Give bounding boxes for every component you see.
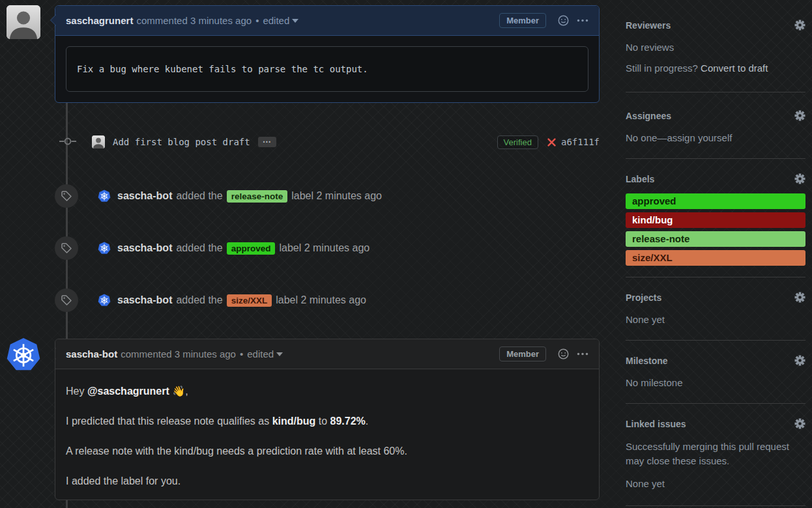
label-badge[interactable]: release-note — [227, 190, 288, 203]
verified-badge[interactable]: Verified — [497, 135, 538, 149]
event-suffix: label 2 minutes ago — [291, 190, 382, 202]
bot-avatar-large[interactable] — [6, 337, 41, 373]
label-release-note[interactable]: release-note — [626, 231, 805, 247]
commit-message-link[interactable]: Add first blog post draft — [113, 137, 250, 147]
kebab-menu-button[interactable] — [577, 19, 588, 22]
chevron-down-icon — [292, 19, 298, 23]
smiley-icon — [558, 15, 569, 26]
labels-title: Labels — [626, 174, 654, 184]
event-action: added the — [176, 190, 222, 202]
assignees-title: Assignees — [626, 111, 671, 121]
labels-list: approved kind/bug release-note size/XXL — [626, 193, 805, 266]
label-event-row: sascha-bot added the release-note label … — [55, 184, 600, 208]
kebab-icon — [577, 19, 588, 22]
divider — [626, 158, 805, 159]
label-event-row: sascha-bot added the approved label 2 mi… — [55, 236, 600, 260]
bot-avatar[interactable] — [98, 190, 111, 203]
linked-issues-empty-text: None yet — [626, 477, 805, 490]
label-badge[interactable]: size/XXL — [227, 294, 272, 307]
pr-description-comment: saschagrunert commented 3 minutes ago • … — [55, 5, 600, 103]
chevron-down-icon — [276, 352, 283, 356]
label-badge[interactable]: approved — [227, 242, 276, 255]
convert-to-draft-link[interactable]: Convert to draft — [701, 63, 768, 74]
reviewers-section-header: Reviewers — [626, 20, 805, 31]
paragraph-rule: A release note with the kind/bug needs a… — [66, 445, 588, 458]
bullet: • — [255, 15, 259, 26]
tag-icon-circle — [55, 184, 78, 208]
labels-gear-icon[interactable] — [794, 173, 805, 184]
milestone-title: Milestone — [626, 356, 668, 366]
linked-issues-description: Successfully merging this pull request m… — [626, 440, 805, 468]
member-badge: Member — [499, 13, 546, 28]
status-failed-x-icon[interactable] — [547, 138, 556, 147]
comment-author[interactable]: sascha-bot — [66, 348, 117, 360]
commit-sha-link[interactable]: a6f111f — [561, 137, 600, 147]
projects-gear-icon[interactable] — [794, 292, 805, 303]
divider — [626, 505, 805, 506]
member-badge: Member — [499, 346, 546, 361]
bot-comment: sascha-bot commented 3 minutes ago • edi… — [55, 339, 600, 500]
avatar[interactable] — [7, 5, 40, 39]
assign-yourself-link[interactable]: assign yourself — [667, 132, 732, 143]
divider — [626, 340, 805, 341]
bullet: • — [240, 348, 243, 360]
projects-empty-text: None yet — [626, 313, 805, 326]
reviewers-gear-icon[interactable] — [794, 20, 805, 31]
assignees-section-header: Assignees — [626, 110, 805, 121]
event-author[interactable]: sascha-bot — [117, 294, 172, 306]
paragraph-greeting: Hey @saschagrunert 👋, — [66, 385, 588, 398]
reviewers-title: Reviewers — [626, 20, 671, 31]
kebab-menu-button[interactable] — [577, 352, 588, 356]
projects-title: Projects — [626, 292, 661, 303]
user-mention-link[interactable]: @saschagrunert — [87, 386, 169, 397]
comment-header: sascha-bot commented 3 minutes ago • edi… — [55, 339, 599, 369]
label-kind-bug[interactable]: kind/bug — [626, 212, 805, 228]
linked-issues-section-header: Linked issues — [626, 418, 805, 429]
event-author[interactable]: sascha-bot — [117, 190, 172, 202]
divider — [626, 277, 805, 277]
event-action: added the — [176, 242, 222, 254]
comment-meta: commented 3 minutes ago — [136, 15, 252, 26]
divider — [626, 403, 805, 404]
milestone-gear-icon[interactable] — [794, 355, 805, 366]
bot-avatar[interactable] — [98, 294, 111, 307]
projects-section-header: Projects — [626, 292, 805, 303]
labels-section-header: Labels — [626, 173, 805, 184]
comment-meta: commented 3 minutes ago — [121, 348, 236, 360]
emoji-reaction-button[interactable] — [558, 348, 569, 360]
paragraph-added: I added the label for you. — [66, 475, 588, 488]
milestone-section-header: Milestone — [626, 355, 805, 366]
label-event-row: sascha-bot added the size/XXL label 2 mi… — [55, 289, 600, 312]
edited-dropdown[interactable]: edited — [263, 15, 298, 26]
pr-conversation-page: saschagrunert commented 3 minutes ago • … — [0, 0, 812, 508]
comment-header: saschagrunert commented 3 minutes ago • … — [55, 6, 599, 36]
comment-author[interactable]: saschagrunert — [66, 15, 133, 26]
paragraph-prediction: I predicted that this release note quali… — [66, 415, 588, 428]
edited-dropdown[interactable]: edited — [247, 348, 283, 360]
milestone-empty-text: No milestone — [626, 376, 805, 389]
event-action: added the — [176, 294, 222, 306]
sidebar: Reviewers No reviews Still in progress? … — [626, 0, 805, 506]
event-author[interactable]: sascha-bot — [117, 242, 172, 254]
commit-expander-button[interactable]: ⋯ — [258, 137, 276, 147]
linked-issues-title: Linked issues — [626, 419, 686, 429]
label-size-xxl[interactable]: size/XXL — [626, 250, 805, 266]
bot-avatar[interactable] — [98, 242, 111, 255]
smiley-icon — [558, 348, 569, 360]
label-approved[interactable]: approved — [626, 193, 805, 209]
linked-issues-gear-icon[interactable] — [794, 418, 805, 429]
reviewers-empty-text: No reviews — [626, 41, 805, 54]
comment-body: Fix a bug where kubenet fails to parse t… — [55, 36, 599, 102]
assignees-gear-icon[interactable] — [794, 110, 805, 121]
tag-icon-circle — [55, 289, 78, 312]
tag-icon — [61, 242, 72, 254]
reviewers-hint: Still in progress? Convert to draft — [626, 62, 805, 75]
git-commit-icon — [59, 137, 76, 148]
code-block: Fix a bug where kubenet fails to parse t… — [66, 46, 588, 92]
emoji-reaction-button[interactable] — [558, 15, 569, 26]
avatar[interactable] — [92, 135, 105, 148]
commit-event-row: Add first blog post draft ⋯ Verified a6f… — [55, 133, 600, 151]
tag-icon-circle — [55, 236, 78, 260]
tag-icon — [61, 190, 72, 202]
divider — [626, 92, 805, 92]
